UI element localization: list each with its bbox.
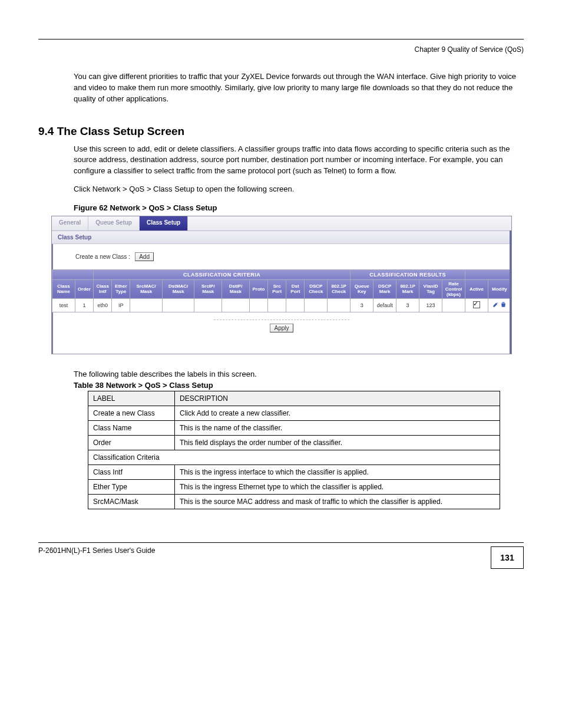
cell-vlanid-tag: 123 (419, 298, 442, 312)
cell-8021p-mark: 3 (396, 298, 419, 312)
doc-th-label: LABEL (88, 391, 175, 406)
doc-cell-desc: Click Add to create a new classifier. (175, 406, 500, 420)
col-8021p-check: 802.1P Check (328, 279, 351, 298)
group-blank-left (52, 269, 94, 279)
col-dstmac: DstMAC/ Mask (162, 279, 194, 298)
doc-cell-label: Create a new Class (88, 406, 175, 420)
col-class-name: Class Name (52, 279, 75, 298)
cell-srcip (194, 298, 222, 312)
col-modify: Modify (488, 279, 511, 298)
doc-table: LABEL DESCRIPTION Create a new Class Cli… (88, 391, 500, 509)
cell-order: 1 (75, 298, 93, 312)
cell-modify (488, 298, 511, 312)
tab-queue-setup[interactable]: Queue Setup (88, 216, 140, 230)
cell-dstip (222, 298, 250, 312)
cell-dstport (286, 298, 305, 312)
section-paragraph-2: Click Network > QoS > Class Setup to ope… (38, 184, 524, 195)
table-row: Ether Type This is the ingress Ethernet … (88, 479, 500, 494)
doc-table-caption: Table 38 Network > QoS > Class Setup (74, 381, 524, 390)
table-intro: The following table describes the labels… (74, 370, 524, 378)
col-vlanid-tag: VlanID Tag (419, 279, 442, 298)
doc-cell-desc: This is the ingress interface to which t… (175, 465, 500, 479)
cell-proto (249, 298, 267, 312)
col-order: Order (75, 279, 93, 298)
panel-subhead: Class Setup (52, 231, 511, 244)
cell-dstmac (162, 298, 194, 312)
doc-cell-label: Order (88, 435, 175, 450)
doc-cell-desc: This is the ingress Ethernet type to whi… (175, 479, 500, 494)
cell-active (465, 298, 488, 312)
intro-paragraph: You can give different priorities to tra… (38, 71, 524, 105)
cell-srcmac (130, 298, 163, 312)
cell-queue-key: 3 (351, 298, 373, 312)
active-checkbox[interactable] (473, 301, 480, 308)
table-row: Order This field displays the order numb… (88, 435, 500, 450)
screenshot-panel: General Queue Setup Class Setup Class Se… (51, 216, 512, 354)
doc-cell-span: Classification Criteria (88, 450, 500, 465)
doc-cell-label: Class Intf (88, 465, 175, 479)
tab-class-setup[interactable]: Class Setup (140, 216, 188, 230)
table-row: Class Name This is the name of the class… (88, 420, 500, 435)
qos-class-table: CLASSIFICATION CRITERIA CLASSIFICATION R… (52, 269, 511, 312)
col-proto: Proto (249, 279, 267, 298)
col-8021p-mark: 802.1P Mark (396, 279, 419, 298)
create-class-label: Create a new Class : (75, 253, 130, 260)
section-heading: 9.4 The Class Setup Screen (38, 125, 524, 138)
cell-class-intf: eth0 (94, 298, 112, 312)
cell-8021p-check (328, 298, 351, 312)
table-row: Classification Criteria (88, 450, 500, 465)
tabs: General Queue Setup Class Setup (52, 216, 511, 231)
table-row: test 1 eth0 IP 3 default 3 123 (52, 298, 511, 312)
apply-button[interactable]: Apply (270, 324, 293, 332)
delete-icon[interactable] (500, 301, 507, 309)
edit-icon[interactable] (492, 301, 499, 309)
footer-left: P-2601HN(L)-F1 Series User's Guide (38, 546, 155, 555)
group-blank-right (465, 269, 511, 279)
page-number: 131 (491, 546, 524, 569)
col-dstport: Dst Port (286, 279, 305, 298)
col-srcport: Src Port (268, 279, 286, 298)
col-queue-key: Queue Key (351, 279, 373, 298)
doc-cell-desc: This is the name of the classifier. (175, 420, 500, 435)
doc-cell-label: SrcMAC/Mask (88, 494, 175, 509)
group-criteria: CLASSIFICATION CRITERIA (94, 269, 351, 279)
chapter-line: Chapter 9 Quality of Service (QoS) (38, 45, 524, 54)
figure-caption: Figure 62 Network > QoS > Class Setup (74, 203, 524, 212)
tab-general[interactable]: General (52, 216, 88, 230)
col-srcip: SrcIP/ Mask (194, 279, 222, 298)
doc-cell-label: Class Name (88, 420, 175, 435)
doc-th-desc: DESCRIPTION (175, 391, 500, 406)
table-row: Create a new Class Click Add to create a… (88, 406, 500, 420)
doc-cell-desc: This field displays the order number of … (175, 435, 500, 450)
cell-srcport (268, 298, 286, 312)
table-row: SrcMAC/Mask This is the source MAC addre… (88, 494, 500, 509)
col-dstip: DstIP/ Mask (222, 279, 250, 298)
cell-ether-type: IP (112, 298, 130, 312)
cell-class-name: test (52, 298, 75, 312)
col-active: Active (465, 279, 488, 298)
doc-cell-label: Ether Type (88, 479, 175, 494)
col-dscp-mark: DSCP Mark (373, 279, 396, 298)
col-dscp-check: DSCP Check (305, 279, 328, 298)
table-row: Class Intf This is the ingress interface… (88, 465, 500, 479)
group-results: CLASSIFICATION RESULTS (351, 269, 465, 279)
cell-dscp-mark: default (373, 298, 396, 312)
section-paragraph-1: Use this screen to add, edit or delete c… (38, 144, 524, 177)
cell-rate (442, 298, 465, 312)
col-srcmac: SrcMAC/ Mask (130, 279, 163, 298)
col-class-intf: Class Intf (94, 279, 112, 298)
cell-dscp-check (305, 298, 328, 312)
col-ether-type: Ether Type (112, 279, 130, 298)
col-rate-control: Rate Control (kbps) (442, 279, 465, 298)
add-button[interactable]: Add (135, 252, 154, 261)
doc-cell-desc: This is the source MAC address and mask … (175, 494, 500, 509)
